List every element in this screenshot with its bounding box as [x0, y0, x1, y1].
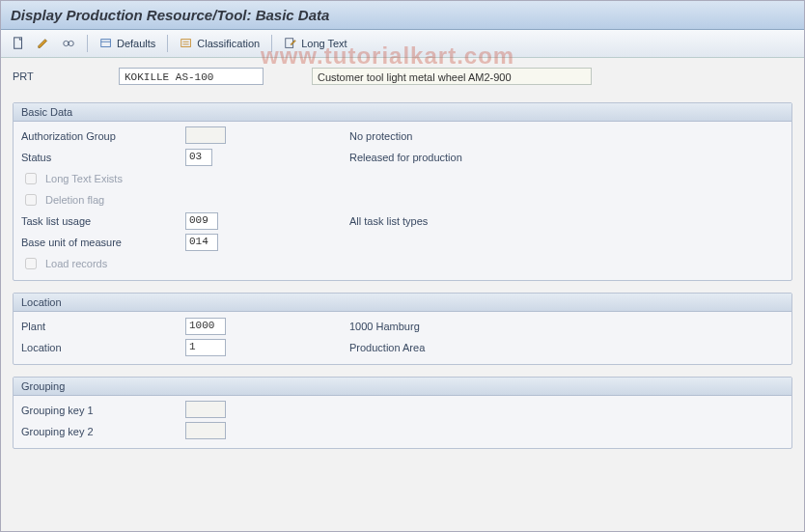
- long-text-exists-checkbox: Long Text Exists: [21, 170, 123, 187]
- longtext-button[interactable]: Long Text: [279, 34, 352, 53]
- location-field[interactable]: 1: [185, 339, 226, 356]
- long-text-exists-label: Long Text Exists: [45, 173, 123, 184]
- grouping-key2-label: Grouping key 2: [21, 426, 185, 437]
- location-group: Location Plant 1000 1000 Hamburg Locatio…: [13, 293, 792, 365]
- status-label: Status: [21, 152, 185, 163]
- svg-point-2: [69, 41, 73, 45]
- deletion-flag-checkbox: Deletion flag: [21, 191, 104, 209]
- glasses-icon: [62, 37, 75, 50]
- svg-point-1: [64, 41, 69, 45]
- toolbar-separator: [87, 35, 88, 52]
- plant-field[interactable]: 1000: [185, 318, 226, 335]
- toolbar-separator: [271, 35, 272, 52]
- new-button[interactable]: [7, 34, 30, 53]
- task-list-usage-label: Task list usage: [21, 215, 185, 227]
- classification-button[interactable]: Classification: [175, 34, 264, 53]
- auth-group-desc: No protection: [349, 130, 412, 142]
- location-desc: Production Area: [349, 342, 425, 353]
- grouping-group: Grouping Grouping key 1 Grouping key 2: [13, 377, 792, 449]
- long-text-exists-input: [25, 173, 37, 184]
- location-label: Location: [21, 342, 185, 353]
- edit-button[interactable]: [32, 34, 55, 53]
- header-row: PRT KOKILLE AS-100 Customer tool light m…: [13, 68, 792, 85]
- basic-data-header: Basic Data: [14, 103, 791, 122]
- classification-icon: [180, 37, 193, 50]
- pencil-icon: [37, 37, 50, 50]
- prt-description: Customer tool light metal wheel AM2-900: [312, 68, 592, 85]
- auth-group-field[interactable]: [185, 126, 226, 144]
- load-records-label: Load records: [45, 258, 107, 269]
- plant-label: Plant: [21, 321, 185, 332]
- status-desc: Released for production: [349, 152, 462, 163]
- svg-rect-4: [101, 40, 111, 47]
- defaults-label: Defaults: [117, 38, 155, 49]
- deletion-flag-input: [25, 194, 37, 206]
- task-list-usage-desc: All task list types: [349, 215, 428, 227]
- svg-rect-6: [181, 40, 191, 47]
- grouping-key2-field[interactable]: [185, 422, 226, 439]
- grouping-header: Grouping: [14, 378, 791, 396]
- base-uom-label: Base unit of measure: [21, 237, 185, 248]
- load-records-input: [25, 258, 37, 269]
- base-uom-field[interactable]: 014: [185, 234, 218, 251]
- classification-label: Classification: [197, 38, 260, 49]
- defaults-icon: [99, 37, 113, 50]
- basic-data-group: Basic Data Authorization Group No protec…: [13, 102, 792, 281]
- load-records-checkbox: Load records: [21, 255, 107, 272]
- auth-group-label: Authorization Group: [21, 130, 185, 142]
- toolbar-separator: [167, 35, 168, 52]
- document-icon: [12, 37, 25, 50]
- toolbar: Defaults Classification Long Text: [1, 30, 804, 58]
- prt-value[interactable]: KOKILLE AS-100: [119, 68, 264, 85]
- deletion-flag-label: Deletion flag: [45, 194, 104, 206]
- other-button[interactable]: [57, 34, 80, 53]
- status-field[interactable]: 03: [185, 149, 212, 166]
- defaults-button[interactable]: Defaults: [95, 34, 160, 53]
- prt-label: PRT: [13, 70, 109, 82]
- plant-desc: 1000 Hamburg: [349, 321, 420, 332]
- longtext-label: Long Text: [301, 38, 347, 49]
- content-area: PRT KOKILLE AS-100 Customer tool light m…: [1, 58, 804, 470]
- location-header: Location: [14, 294, 791, 312]
- task-list-usage-field[interactable]: 009: [185, 212, 218, 230]
- grouping-key1-label: Grouping key 1: [21, 405, 185, 416]
- window-title: Display Production Resource/Tool: Basic …: [1, 1, 804, 30]
- grouping-key1-field[interactable]: [185, 401, 226, 418]
- longtext-icon: [284, 37, 297, 50]
